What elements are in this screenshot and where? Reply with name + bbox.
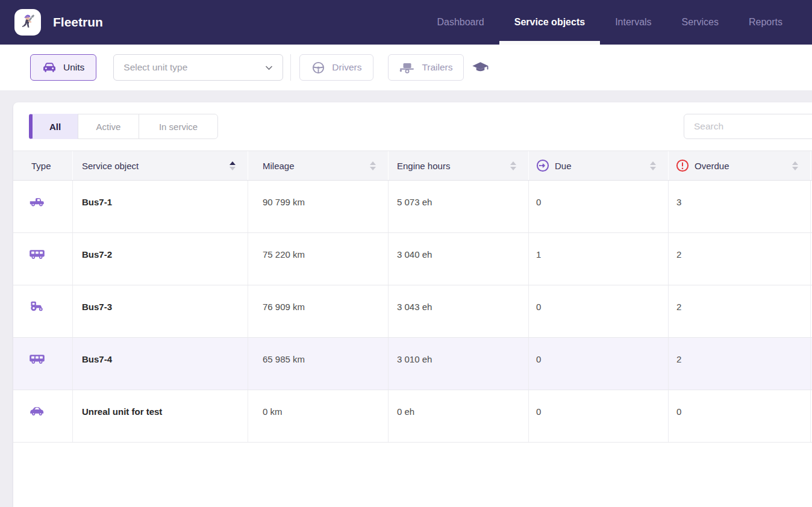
unit-type-cell (13, 338, 73, 390)
column-header-service-object[interactable]: Service object (73, 151, 248, 180)
units-button-label: Units (63, 62, 84, 73)
toolbar: Units Select unit type Drivers (0, 45, 812, 90)
units-button[interactable]: Units (30, 54, 96, 81)
column-header-mileage[interactable]: Mileage (248, 151, 389, 180)
overdue-count: 2 (669, 233, 811, 285)
nav-dashboard[interactable]: Dashboard (422, 0, 499, 45)
drivers-button[interactable]: Drivers (299, 54, 373, 81)
tractor-icon (29, 300, 45, 312)
sort-icon[interactable] (650, 161, 656, 170)
table-row[interactable]: Bus7-2 75 220 km 3 040 eh 1 2 (13, 233, 812, 285)
table-row[interactable]: Bus7-1 90 799 km 5 073 eh 0 3 (13, 181, 812, 233)
engine-hours-value: 3 040 eh (389, 233, 529, 285)
engine-hours-value: 0 eh (389, 390, 529, 442)
due-count: 0 (529, 390, 669, 442)
unit-type-select[interactable]: Select unit type (113, 54, 283, 81)
column-label: Service object (82, 161, 139, 171)
column-header-due[interactable]: Due (529, 151, 669, 180)
app-title: Fleetrun (53, 15, 103, 30)
unit-type-cell (13, 181, 73, 232)
engine-hours-value: 5 073 eh (389, 181, 529, 232)
trailer-icon (399, 61, 415, 73)
pickup-truck-icon (29, 196, 45, 207)
mileage-value: 76 909 km (248, 285, 389, 337)
column-label: Mileage (263, 161, 295, 171)
filter-tabs: All Active In service (29, 114, 218, 139)
unit-name: Bus7-4 (73, 338, 248, 390)
tab-in-service[interactable]: In service (139, 114, 218, 139)
tab-all[interactable]: All (29, 114, 78, 139)
bus-icon (29, 353, 45, 364)
bus-icon (29, 248, 45, 260)
overdue-exclamation-icon (676, 159, 689, 172)
graduation-cap-icon (472, 61, 489, 74)
engine-hours-value: 3 010 eh (389, 338, 529, 390)
nav-services[interactable]: Services (667, 0, 734, 45)
main-content: All Active In service Type Service objec… (0, 90, 812, 507)
mileage-value: 65 985 km (248, 338, 389, 390)
overdue-count: 0 (669, 390, 811, 442)
main-nav: Dashboard Service objects Intervals Serv… (422, 0, 798, 45)
help-tutorial-button[interactable] (472, 61, 489, 74)
car-front-icon (42, 61, 57, 73)
unit-name: Bus7-2 (73, 233, 248, 285)
search-input[interactable] (684, 114, 812, 139)
trailers-button-label: Trailers (422, 62, 452, 73)
app-header: Fleetrun Dashboard Service objects Inter… (0, 0, 812, 45)
sort-icon[interactable] (510, 161, 516, 170)
table-header-row: Type Service object Mileage Engine hours (13, 151, 812, 181)
unit-name: Unreal unit for test (73, 390, 248, 442)
unit-name: Bus7-1 (73, 181, 248, 232)
chevron-down-icon (265, 65, 273, 70)
sort-icon[interactable] (792, 161, 798, 170)
due-count: 1 (529, 233, 669, 285)
steering-wheel-icon (311, 61, 325, 75)
fleetrun-logo[interactable] (14, 9, 41, 36)
car-icon (29, 405, 45, 417)
table-row[interactable]: Bus7-3 76 909 km 3 043 eh 0 2 (13, 285, 812, 338)
column-label: Engine hours (397, 161, 450, 171)
column-label: Type (31, 161, 51, 171)
engine-hours-value: 3 043 eh (389, 285, 529, 337)
nav-intervals[interactable]: Intervals (600, 0, 666, 45)
due-count: 0 (529, 285, 669, 337)
due-count: 0 (529, 181, 669, 232)
unit-type-cell (13, 285, 73, 337)
column-header-type[interactable]: Type (13, 151, 73, 180)
mileage-value: 75 220 km (248, 233, 389, 285)
mileage-value: 90 799 km (248, 181, 389, 232)
due-circle-arrow-icon (536, 159, 549, 172)
overdue-count: 2 (669, 285, 811, 337)
nav-service-objects[interactable]: Service objects (499, 0, 600, 45)
table-row-highlighted[interactable]: Bus7-4 65 985 km 3 010 eh 0 2 (13, 338, 812, 390)
table-row[interactable]: Unreal unit for test 0 km 0 eh 0 0 (13, 390, 812, 443)
unit-type-cell (13, 233, 73, 285)
trailers-button[interactable]: Trailers (388, 54, 463, 81)
unit-name: Bus7-3 (73, 285, 248, 337)
sort-ascending-icon[interactable] (230, 161, 236, 170)
column-label: Due (555, 161, 572, 171)
mileage-value: 0 km (248, 390, 389, 442)
nav-reports[interactable]: Reports (734, 0, 798, 45)
overdue-count: 3 (669, 181, 811, 232)
unit-type-placeholder: Select unit type (123, 62, 187, 73)
card-header: All Active In service (13, 102, 812, 151)
tab-active[interactable]: Active (78, 114, 139, 139)
unit-type-cell (13, 390, 73, 442)
column-header-overdue[interactable]: Overdue (669, 151, 811, 180)
toolbar-divider (290, 54, 291, 81)
overdue-count: 2 (669, 338, 811, 390)
sort-icon[interactable] (370, 161, 376, 170)
due-count: 0 (529, 338, 669, 390)
mechanic-logo-icon (17, 11, 38, 34)
column-label: Overdue (695, 161, 729, 171)
service-objects-card: All Active In service Type Service objec… (13, 102, 812, 507)
column-header-engine-hours[interactable]: Engine hours (389, 151, 529, 180)
drivers-button-label: Drivers (332, 62, 361, 73)
